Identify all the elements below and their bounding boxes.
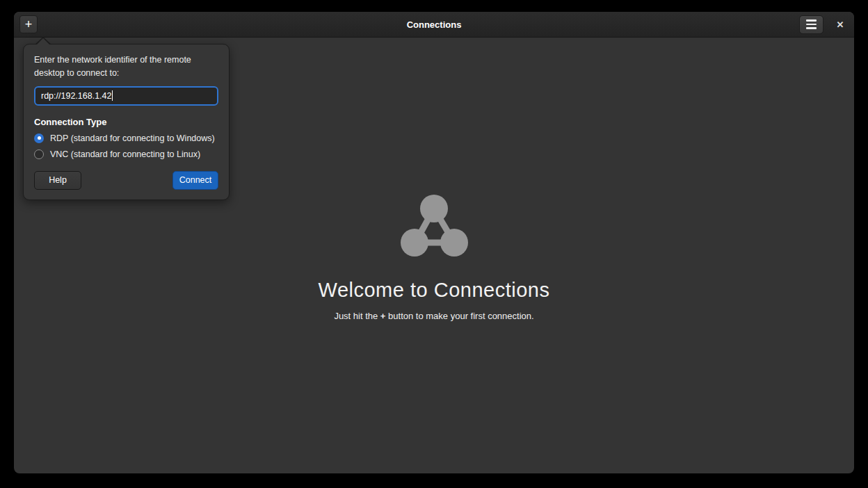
close-icon: ✕: [837, 19, 844, 30]
hamburger-icon: [806, 19, 817, 22]
new-connection-popover: Enter the network identifier of the remo…: [23, 44, 230, 200]
titlebar: + Connections ✕: [14, 12, 854, 38]
address-input[interactable]: rdp://192.168.1.42: [34, 86, 218, 106]
network-nodes-icon: [401, 195, 468, 257]
radio-unselected-icon: [34, 149, 44, 159]
main-menu-button[interactable]: [799, 15, 823, 34]
radio-option-vnc[interactable]: VNC (standard for connecting to Linux): [34, 149, 218, 159]
add-connection-button[interactable]: +: [19, 15, 38, 33]
popover-button-row: Help Connect: [34, 171, 218, 190]
address-input-value: rdp://192.168.1.42: [41, 91, 111, 101]
welcome-title: Welcome to Connections: [319, 279, 550, 302]
welcome-empty-state: Welcome to Connections Just hit the + bu…: [14, 195, 854, 321]
text-caret: [112, 90, 113, 101]
welcome-hint: Just hit the + button to make your first…: [334, 311, 533, 321]
plus-icon: +: [25, 18, 33, 31]
help-button[interactable]: Help: [34, 171, 81, 190]
close-window-button[interactable]: ✕: [832, 16, 849, 33]
radio-selected-icon: [34, 133, 44, 143]
radio-option-rdp-label: RDP (standard for connecting to Windows): [50, 133, 215, 143]
address-prompt-label: Enter the network identifier of the remo…: [34, 54, 218, 80]
titlebar-actions: ✕: [799, 15, 849, 34]
app-window: + Connections ✕ Enter the network identi…: [14, 12, 854, 473]
radio-option-rdp[interactable]: RDP (standard for connecting to Windows): [34, 133, 218, 143]
window-title: Connections: [407, 19, 462, 30]
connection-type-heading: Connection Type: [34, 117, 218, 127]
radio-option-vnc-label: VNC (standard for connecting to Linux): [50, 149, 200, 159]
connect-button[interactable]: Connect: [172, 171, 218, 190]
